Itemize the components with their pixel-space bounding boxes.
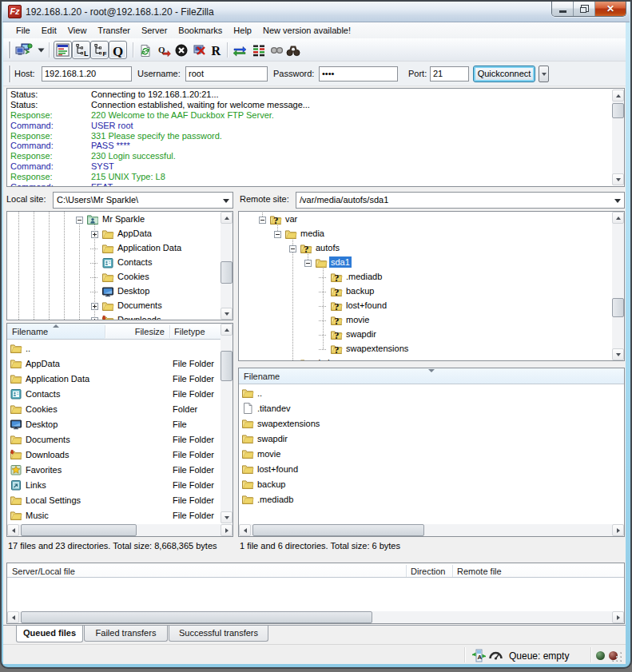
file-row-music[interactable]: MusicFile Folder	[7, 508, 220, 523]
tab-successful-transfers[interactable]: Successful transfers	[169, 626, 268, 642]
tree-item-contacts[interactable]: Contacts	[7, 256, 221, 270]
transfer-type-icon[interactable]: A	[471, 649, 487, 664]
scroll-up-arrow-icon[interactable]	[221, 324, 233, 336]
tree-item-media[interactable]: media	[239, 227, 612, 241]
file-row-movie[interactable]: movie	[239, 447, 624, 462]
local-tree-scrollbar[interactable]	[221, 212, 233, 320]
file-row-lost-found[interactable]: lost+found	[239, 462, 624, 477]
username-input[interactable]: root	[185, 66, 268, 82]
directory-comparison-button[interactable]	[251, 42, 267, 59]
toggle-queue-button[interactable]: Q	[109, 41, 127, 59]
file-row-swapdir[interactable]: swapdir	[239, 431, 624, 447]
tree-item-application-data[interactable]: Application Data	[7, 241, 221, 256]
file-row-application-data[interactable]: Application DataFile Folder	[7, 372, 220, 387]
file-row-contacts[interactable]: ContactsFile Folder	[7, 387, 220, 402]
find-files-button[interactable]	[285, 42, 301, 59]
tree-item-desktop[interactable]: Desktop	[7, 284, 221, 299]
collapse-icon[interactable]	[259, 217, 266, 224]
collapse-icon[interactable]	[76, 217, 83, 224]
column-header-filetype[interactable]: Filetype	[169, 324, 221, 340]
toolbar-grip[interactable]	[8, 42, 10, 58]
remote-tree-scrollbar[interactable]	[612, 212, 624, 360]
menu-item-server[interactable]: Server	[136, 24, 173, 37]
tree-item-dvd[interactable]: ?dvd	[239, 356, 612, 360]
local-list-hscrollbar[interactable]	[7, 524, 233, 536]
remote-site-combo[interactable]: /var/media/autofs/sda1	[296, 192, 625, 209]
scroll-thumb[interactable]	[21, 611, 372, 623]
remote-list-hscrollbar[interactable]	[239, 524, 624, 536]
resize-grip[interactable]	[612, 652, 623, 663]
reconnect-button[interactable]: R	[209, 42, 223, 59]
password-input[interactable]: ••••	[319, 66, 398, 82]
menu-item-new-version-available[interactable]: New version available!	[257, 24, 356, 37]
menu-item-transfer[interactable]: Transfer	[92, 24, 136, 37]
file-row-documents[interactable]: DocumentsFile Folder	[7, 432, 220, 447]
tree-item-appdata[interactable]: AppData	[7, 227, 221, 241]
scroll-up-arrow-icon[interactable]	[221, 212, 233, 224]
toggle-message-log-button[interactable]	[54, 41, 72, 59]
close-button[interactable]: ✕	[595, 2, 626, 16]
speed-limits-icon[interactable]	[489, 650, 503, 662]
refresh-button[interactable]	[137, 42, 153, 59]
tree-item--mediadb[interactable]: ?.mediadb	[239, 270, 612, 284]
tree-item-swapextensions[interactable]: ?swapextensions	[239, 342, 612, 356]
local-list-vscrollbar[interactable]	[221, 324, 233, 523]
site-manager-button[interactable]	[14, 42, 34, 59]
tree-item-lost-found[interactable]: ?lost+found	[239, 299, 612, 313]
synchronized-browsing-button[interactable]	[232, 42, 248, 59]
tree-item-documents[interactable]: Documents	[7, 299, 221, 313]
menu-item-file[interactable]: File	[10, 24, 36, 37]
file-row-appdata[interactable]: AppDataFile Folder	[7, 356, 220, 372]
menu-item-view[interactable]: View	[62, 24, 93, 37]
collapse-icon[interactable]	[274, 231, 281, 238]
scroll-thumb[interactable]	[21, 524, 137, 536]
disconnect-button[interactable]	[191, 42, 207, 59]
process-queue-button[interactable]: Q	[156, 42, 172, 59]
tree-item-cookies[interactable]: Cookies	[7, 270, 221, 284]
file-row-downloads[interactable]: DownloadsFile Folder	[7, 447, 220, 463]
expand-icon[interactable]	[91, 317, 98, 320]
file-row-local-settings[interactable]: Local SettingsFile Folder	[7, 493, 220, 508]
host-input[interactable]: 192.168.1.20	[42, 66, 132, 82]
quickconnect-dropdown-button[interactable]	[539, 66, 549, 82]
scroll-thumb[interactable]	[252, 524, 424, 536]
restore-button[interactable]	[574, 2, 595, 16]
scroll-up-arrow-icon[interactable]	[612, 89, 624, 101]
tab-failed-transfers[interactable]: Failed transfers	[84, 626, 168, 642]
scroll-down-arrow-icon[interactable]	[221, 308, 233, 320]
port-input[interactable]: 21	[430, 66, 469, 82]
scroll-down-arrow-icon[interactable]	[221, 511, 233, 523]
scroll-down-arrow-icon[interactable]	[612, 173, 624, 185]
collapse-icon[interactable]	[304, 260, 312, 267]
collapse-icon[interactable]	[289, 245, 296, 252]
message-log-scrollbar[interactable]	[612, 89, 624, 185]
file-row-swapextensions[interactable]: swapextensions	[239, 416, 624, 431]
file-row--mediadb[interactable]: .mediadb	[239, 492, 624, 507]
scroll-thumb[interactable]	[221, 351, 233, 381]
file-row--[interactable]: ..	[239, 386, 624, 401]
menu-item-edit[interactable]: Edit	[36, 24, 62, 37]
scroll-left-arrow-icon[interactable]	[7, 611, 19, 623]
tree-item-movie[interactable]: ?movie	[239, 313, 612, 328]
scroll-left-arrow-icon[interactable]	[239, 524, 251, 536]
scroll-thumb[interactable]	[612, 103, 624, 118]
title-bar[interactable]: Fz 192.168.1.20 - root@192.168.1.20 - Fi…	[2, 2, 630, 22]
scroll-right-arrow-icon[interactable]	[612, 611, 624, 623]
menu-item-bookmarks[interactable]: Bookmarks	[173, 24, 228, 37]
filter-button[interactable]	[268, 42, 284, 59]
tree-item-var[interactable]: ?var	[239, 213, 612, 227]
toggle-remote-tree-button[interactable]: F	[90, 41, 109, 59]
quickbar-grip[interactable]	[8, 66, 10, 82]
column-header-remote-file[interactable]: Remote file	[452, 563, 516, 578]
cancel-operation-button[interactable]	[173, 42, 189, 59]
column-header-direction[interactable]: Direction	[406, 563, 452, 578]
scroll-down-arrow-icon[interactable]	[612, 348, 624, 360]
scroll-thumb[interactable]	[221, 261, 233, 284]
tree-item-sda1[interactable]: sda1	[239, 256, 612, 270]
toggle-local-tree-button[interactable]: L	[72, 41, 90, 59]
scroll-right-arrow-icon[interactable]	[221, 524, 233, 536]
tab-queued-files[interactable]: Queued files	[16, 626, 83, 642]
file-row-links[interactable]: LinksFile Folder	[7, 478, 220, 493]
scroll-thumb[interactable]	[612, 298, 624, 317]
quickconnect-button[interactable]: Quickconnect	[473, 66, 535, 82]
